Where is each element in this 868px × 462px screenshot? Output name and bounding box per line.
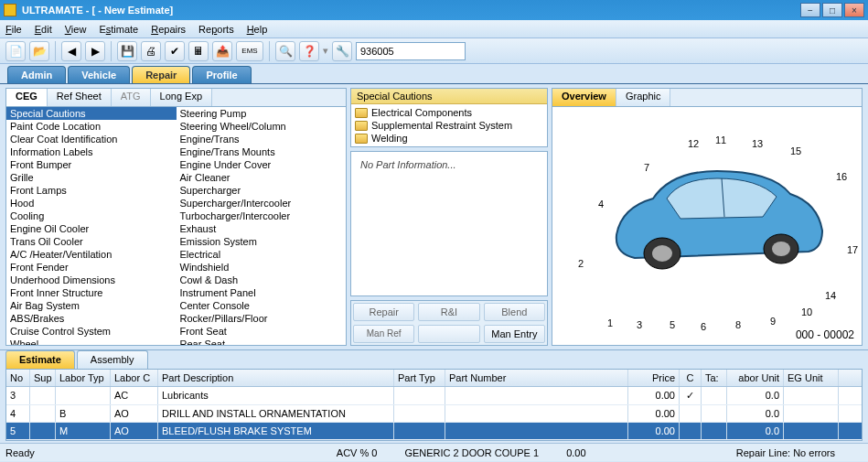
- close-button[interactable]: ×: [844, 3, 864, 17]
- tool-print-icon[interactable]: 🖨: [141, 41, 161, 61]
- ltab-longexp[interactable]: Long Exp: [151, 89, 212, 106]
- blend-button[interactable]: Blend: [484, 303, 545, 321]
- rtab-overview[interactable]: Overview: [552, 89, 616, 106]
- list-item[interactable]: Supercharger: [177, 184, 347, 197]
- list-item[interactable]: Windshield: [177, 261, 347, 274]
- tool-ems-icon[interactable]: EMS: [236, 41, 263, 61]
- list-item[interactable]: Turbocharger/Intercooler: [177, 210, 347, 222]
- table-row[interactable]: 4BAODRILL AND INSTALL ORNAMENTATION0.000…: [6, 405, 862, 423]
- parts-list-col2[interactable]: Steering PumpSteering Wheel/ColumnEngine…: [177, 107, 347, 345]
- menu-estimate[interactable]: Estimate: [99, 24, 138, 35]
- list-item[interactable]: Engine Under Cover: [177, 158, 347, 171]
- ltab-ceg[interactable]: CEG: [6, 89, 48, 106]
- toolbar-search-field[interactable]: 936005: [356, 42, 466, 60]
- list-item[interactable]: Underhood Dimensions: [6, 274, 177, 286]
- menu-file[interactable]: File: [5, 24, 22, 35]
- list-item[interactable]: Front Seat: [177, 325, 347, 338]
- tool-open-icon[interactable]: 📂: [29, 41, 49, 61]
- list-item[interactable]: ABS/Brakes: [6, 312, 177, 325]
- tool-back-icon[interactable]: ◀: [61, 41, 81, 61]
- ri-button[interactable]: R&I: [418, 303, 479, 321]
- column-header[interactable]: C: [680, 370, 702, 386]
- list-item[interactable]: Steering Wheel/Column: [177, 120, 347, 133]
- tool-forward-icon[interactable]: ▶: [85, 41, 105, 61]
- list-item[interactable]: Information Labels: [6, 145, 177, 158]
- list-item[interactable]: Steering Pump: [177, 107, 347, 120]
- manentry-button[interactable]: Man Entry: [484, 325, 545, 343]
- column-header[interactable]: Ta:: [702, 370, 727, 386]
- tool-save-icon[interactable]: 💾: [117, 41, 137, 61]
- column-header[interactable]: No: [6, 370, 30, 386]
- column-header[interactable]: Part Typ: [394, 370, 445, 386]
- tool-calc-icon[interactable]: 🖩: [188, 41, 209, 61]
- list-item[interactable]: Front Inner Structure: [6, 286, 177, 299]
- column-header[interactable]: abor Unit: [727, 370, 784, 386]
- table-row[interactable]: 5MAOBLEED/FLUSH BRAKE SYSTEM0.000.0: [6, 423, 862, 440]
- menu-repairs[interactable]: Repairs: [151, 24, 186, 35]
- list-item[interactable]: Front Lamps: [6, 184, 177, 197]
- list-item[interactable]: Front Bumper: [6, 158, 177, 171]
- list-item[interactable]: Rear Seat: [177, 338, 347, 345]
- repair-button[interactable]: Repair: [353, 303, 414, 321]
- caution-item[interactable]: Supplemental Restraint System: [353, 119, 545, 132]
- special-cautions-list[interactable]: Electrical ComponentsSupplemental Restra…: [351, 104, 547, 146]
- list-item[interactable]: Air Cleaner: [177, 171, 347, 184]
- list-item[interactable]: Clear Coat Identification: [6, 133, 177, 145]
- list-item[interactable]: Rocker/Pillars/Floor: [177, 312, 347, 325]
- tool-search-icon[interactable]: 🔍: [275, 41, 295, 61]
- column-header[interactable]: Sup: [30, 370, 56, 386]
- column-header[interactable]: EG Unit: [784, 370, 839, 386]
- column-header[interactable]: Part Description: [158, 370, 394, 386]
- parts-list-col1[interactable]: Special CautionsPaint Code LocationClear…: [6, 107, 177, 345]
- list-item[interactable]: Air Bag System: [6, 299, 177, 312]
- menu-edit[interactable]: Edit: [35, 24, 52, 35]
- menu-help[interactable]: Help: [247, 24, 268, 35]
- minimize-button[interactable]: −: [800, 3, 820, 17]
- list-item[interactable]: Emission System: [177, 235, 347, 248]
- tab-profile[interactable]: Profile: [192, 66, 251, 83]
- list-item[interactable]: Cruise Control System: [6, 325, 177, 338]
- tool-new-icon[interactable]: 📄: [5, 41, 26, 61]
- tool-help-icon[interactable]: ❓: [299, 41, 319, 61]
- tab-vehicle[interactable]: Vehicle: [68, 66, 130, 83]
- ltab-refsheet[interactable]: Ref Sheet: [48, 89, 112, 106]
- list-item[interactable]: Engine/Trans: [177, 133, 347, 145]
- column-header[interactable]: Part Number: [445, 370, 628, 386]
- btab-assembly[interactable]: Assembly: [77, 350, 148, 369]
- table-row[interactable]: 3ACLubricants0.00✓0.0: [6, 387, 862, 405]
- menu-reports[interactable]: Reports: [198, 24, 234, 35]
- list-item[interactable]: Front Fender: [6, 261, 177, 274]
- tool-wrench-icon[interactable]: 🔧: [332, 41, 352, 61]
- list-item[interactable]: Grille: [6, 171, 177, 184]
- column-header[interactable]: Labor C: [111, 370, 158, 386]
- list-item[interactable]: Cowl & Dash: [177, 274, 347, 286]
- list-item[interactable]: A/C /Heater/Ventilation: [6, 248, 177, 261]
- tab-admin[interactable]: Admin: [7, 66, 66, 83]
- list-item[interactable]: Supercharger/Intercooler: [177, 197, 347, 210]
- list-item[interactable]: Paint Code Location: [6, 120, 177, 133]
- manref-button[interactable]: Man Ref: [353, 325, 414, 343]
- list-item[interactable]: Instrument Panel: [177, 286, 347, 299]
- list-item[interactable]: Engine Oil Cooler: [6, 222, 177, 235]
- list-item[interactable]: Hood: [6, 197, 177, 210]
- list-item[interactable]: Engine/Trans Mounts: [177, 145, 347, 158]
- list-item[interactable]: Wheel: [6, 338, 177, 345]
- btab-estimate[interactable]: Estimate: [5, 350, 75, 369]
- tab-repair[interactable]: Repair: [132, 66, 190, 83]
- maximize-button[interactable]: □: [822, 3, 842, 17]
- rtab-graphic[interactable]: Graphic: [616, 89, 671, 106]
- list-item[interactable]: Exhaust: [177, 222, 347, 235]
- column-header[interactable]: Labor Typ: [56, 370, 111, 386]
- list-item[interactable]: Electrical: [177, 248, 347, 261]
- tool-export-icon[interactable]: 📤: [212, 41, 232, 61]
- menu-view[interactable]: View: [65, 24, 87, 35]
- estimate-grid[interactable]: NoSupLabor TypLabor CPart DescriptionPar…: [5, 369, 863, 441]
- caution-item[interactable]: Electrical Components: [353, 106, 545, 119]
- caution-item[interactable]: Welding: [353, 132, 545, 145]
- list-item[interactable]: Special Cautions: [6, 107, 177, 120]
- tool-check-icon[interactable]: ✔: [165, 41, 185, 61]
- column-header[interactable]: Price: [628, 370, 680, 386]
- list-item[interactable]: Center Console: [177, 299, 347, 312]
- car-diagram[interactable]: 1 2 3 4 5 6 7 8 9 10 11 12 13 14 15 16 1…: [552, 107, 862, 345]
- ltab-atg[interactable]: ATG: [112, 89, 151, 106]
